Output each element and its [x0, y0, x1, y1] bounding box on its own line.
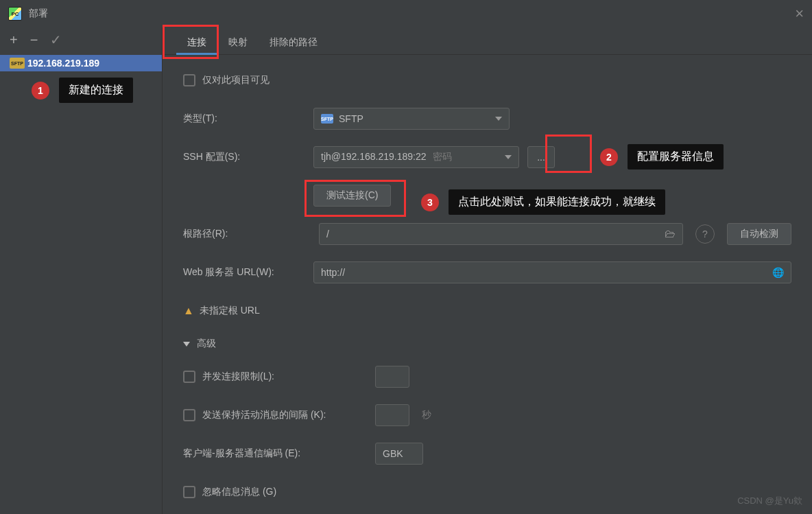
- title-bar: PC 部署 ×: [0, 0, 812, 27]
- callout-1: 1 新建的连接: [32, 78, 133, 103]
- type-select[interactable]: SFTP SFTP: [313, 108, 510, 130]
- row-keepalive: 发送保持活动消息的间隔 (K): 秒: [183, 404, 791, 427]
- close-icon[interactable]: ×: [795, 5, 804, 23]
- callout-text-2: 配置服务器信息: [628, 144, 724, 170]
- callout-num-2: 2: [600, 148, 618, 166]
- visible-only-checkbox[interactable]: [183, 74, 195, 86]
- callout-2: 2 配置服务器信息: [600, 144, 724, 170]
- callout-text-1: 新建的连接: [59, 78, 133, 103]
- web-url-input[interactable]: http:// 🌐: [313, 261, 791, 283]
- row-ignore-info: 忽略信息消息 (G): [183, 480, 791, 504]
- content-panel: 连接 映射 排除的路径 仅对此项目可见 类型(T): SFTP SFTP: [163, 27, 812, 514]
- chevron-down-icon: [505, 155, 512, 159]
- row-conn-limit: 并发连接限制(L):: [183, 365, 791, 388]
- ssh-config-button[interactable]: ...: [527, 146, 555, 168]
- conn-limit-checkbox[interactable]: [183, 371, 195, 383]
- autodetect-button[interactable]: 自动检测: [727, 223, 791, 245]
- root-input[interactable]: / 🗁: [319, 223, 683, 245]
- row-advanced-header[interactable]: 高级: [183, 332, 791, 355]
- server-item[interactable]: SFTP 192.168.219.189: [0, 55, 162, 71]
- remove-button[interactable]: −: [30, 32, 38, 48]
- add-button[interactable]: +: [10, 32, 18, 48]
- keepalive-input[interactable]: [375, 404, 409, 426]
- keepalive-label: 发送保持活动消息的间隔 (K):: [202, 409, 375, 421]
- callout-num-3: 3: [421, 194, 439, 211]
- ssh-password-hint: 密码: [433, 151, 452, 162]
- encoding-label: 客户端-服务器通信编码 (E):: [183, 447, 375, 460]
- warning-icon: ▲: [183, 305, 194, 317]
- server-name: 192.168.219.189: [27, 58, 99, 69]
- row-visible-only: 仅对此项目可见: [183, 69, 791, 92]
- watermark: CSDN @是Yu欸: [737, 495, 802, 507]
- type-value: SFTP: [339, 113, 363, 124]
- row-encoding: 客户端-服务器通信编码 (E): GBK: [183, 442, 791, 465]
- conn-limit-input[interactable]: [375, 366, 409, 388]
- form: 仅对此项目可见 类型(T): SFTP SFTP SSH 配置(S): tjh@…: [163, 55, 812, 514]
- callout-num-1: 1: [32, 82, 49, 100]
- row-type: 类型(T): SFTP SFTP: [183, 107, 791, 130]
- window-title: 部署: [29, 8, 48, 20]
- conn-limit-label: 并发连接限制(L):: [202, 371, 375, 383]
- sidebar-toolbar: + − ✓: [0, 27, 162, 55]
- ignore-info-checkbox[interactable]: [183, 486, 195, 498]
- keepalive-checkbox[interactable]: [183, 409, 195, 421]
- web-url-label: Web 服务器 URL(W):: [183, 266, 313, 279]
- callout-text-3: 点击此处测试，如果能连接成功，就继续: [449, 189, 665, 215]
- type-label: 类型(T):: [183, 113, 313, 125]
- apply-button[interactable]: ✓: [50, 32, 62, 48]
- sftp-icon: SFTP: [321, 114, 333, 124]
- seconds-label: 秒: [422, 409, 431, 421]
- ssh-select[interactable]: tjh@192.168.219.189:22 密码: [313, 146, 519, 168]
- ignore-info-label: 忽略信息消息 (G): [202, 486, 276, 498]
- chevron-down-icon: [495, 117, 502, 121]
- warning-text: 未指定根 URL: [200, 305, 260, 317]
- root-label: 根路径(R):: [183, 228, 313, 240]
- advanced-label: 高级: [197, 338, 216, 350]
- callout-3: 3 点击此处测试，如果能连接成功，就继续: [421, 189, 665, 215]
- pycharm-icon: PC: [8, 7, 22, 21]
- ssh-label: SSH 配置(S):: [183, 151, 313, 163]
- chevron-down-icon: [183, 342, 190, 347]
- test-connection-button[interactable]: 测试连接(C): [313, 185, 391, 207]
- tab-excluded[interactable]: 排除的路径: [259, 30, 329, 54]
- tabs: 连接 映射 排除的路径: [163, 27, 812, 55]
- row-web-url: Web 服务器 URL(W): http:// 🌐: [183, 261, 791, 284]
- help-icon[interactable]: ?: [695, 224, 715, 244]
- row-root: 根路径(R): / 🗁 ? 自动检测: [183, 222, 791, 246]
- visible-only-label: 仅对此项目可见: [202, 74, 270, 86]
- sftp-badge-icon: SFTP: [10, 58, 25, 69]
- encoding-input[interactable]: GBK: [375, 443, 423, 465]
- tab-connection[interactable]: 连接: [176, 30, 217, 54]
- row-warning: ▲ 未指定根 URL: [183, 299, 791, 323]
- globe-icon[interactable]: 🌐: [772, 267, 784, 278]
- tab-mapping[interactable]: 映射: [217, 30, 259, 54]
- folder-icon[interactable]: 🗁: [665, 228, 676, 240]
- ssh-value: tjh@192.168.219.189:22: [321, 151, 427, 162]
